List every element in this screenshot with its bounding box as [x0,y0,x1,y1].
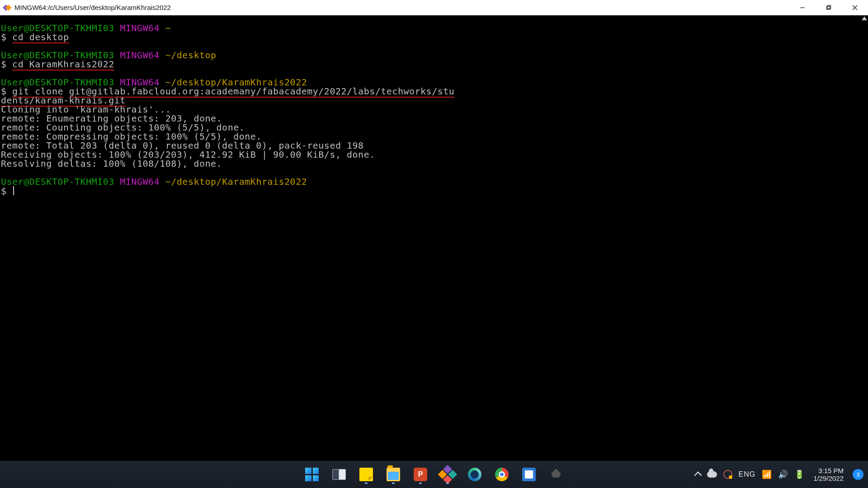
edge-app[interactable] [464,464,485,485]
terminal[interactable]: User@DESKTOP-TKHMI03 MINGW64 ~ $ cd desk… [0,15,868,461]
prompt-path: ~/desktop/KaramKhrais2022 [165,176,307,187]
sticky-notes-icon [359,468,373,481]
battery-icon[interactable]: 🔋 [794,469,804,479]
ps1: $ [1,59,12,70]
clock-date: 1/29/2022 [813,474,844,482]
maximize-button[interactable] [816,0,842,15]
prompt-shell: MINGW64 [120,50,160,61]
file-explorer-app[interactable] [383,464,404,485]
notification-badge[interactable]: 3 [853,469,863,480]
svg-rect-1 [827,6,830,9]
prompt-shell: MINGW64 [120,23,160,33]
onedrive-icon[interactable] [707,471,717,478]
powerpoint-icon: P [414,468,427,481]
task-view-icon [332,468,346,481]
git-url-line1: git@gitlab.fabcloud.org:academany/fabaca… [69,86,455,98]
sticky-notes-app[interactable] [356,464,377,485]
scrollbar-up-icon[interactable] [862,16,867,20]
clock-time: 3:15 PM [813,467,844,474]
ps1: $ [1,186,12,197]
titlebar: MINGW64:/c/Users/User/desktop/KaramKhrai… [0,0,868,15]
brackets-app[interactable] [519,464,539,485]
start-button[interactable] [302,464,322,485]
clock[interactable]: 3:15 PM 1/29/2022 [813,467,844,483]
folder-icon [387,468,400,481]
volume-icon[interactable]: 🔊 [778,469,788,479]
wifi-icon[interactable]: 📶 [762,469,772,479]
windows-icon [305,468,319,481]
tray-overflow-icon[interactable] [694,472,702,479]
window-controls [789,0,868,15]
prompt-path: ~ [165,23,171,33]
output-line: Resolving deltas: 100% (108/108), done. [1,158,222,169]
window-title: MINGW64:/c/Users/User/desktop/KaramKhrai… [14,4,171,11]
taskbar-center: P [302,464,566,485]
git-icon [438,465,457,484]
brackets-icon [522,468,536,481]
chrome-app[interactable] [491,464,512,485]
ps1: $ [1,32,12,42]
prompt-path: ~/desktop [165,50,217,61]
close-button[interactable] [842,0,868,15]
powerpoint-app[interactable]: P [410,464,431,485]
app-icon [4,4,11,11]
cmd-cd-project: cd KaramKhrais2022 [12,59,114,70]
taskbar-tray: ENG 📶 🔊 🔋 3:15 PM 1/29/2022 3 [695,461,863,488]
prompt-shell: MINGW64 [120,176,160,187]
edge-icon [468,468,481,481]
task-view-button[interactable] [329,464,349,485]
inkscape-app[interactable] [546,464,566,485]
inkscape-icon [549,468,563,481]
tray-icons: ENG 📶 🔊 🔋 [695,469,805,479]
git-bash-app[interactable] [437,464,458,485]
prompt-userhost: User@DESKTOP-TKHMI03 [1,176,114,187]
svg-rect-2 [828,5,831,9]
titlebar-left: MINGW64:/c/Users/User/desktop/KaramKhrai… [4,4,171,11]
minimize-button[interactable] [789,0,816,15]
cmd-cd-desktop: cd desktop [12,32,69,43]
chrome-icon [495,468,509,481]
taskbar: P ENG 📶 🔊 🔋 3:15 PM 1/29/202 [0,461,868,488]
cursor [13,186,14,195]
news-icon[interactable] [723,470,732,479]
language-indicator[interactable]: ENG [739,470,756,479]
